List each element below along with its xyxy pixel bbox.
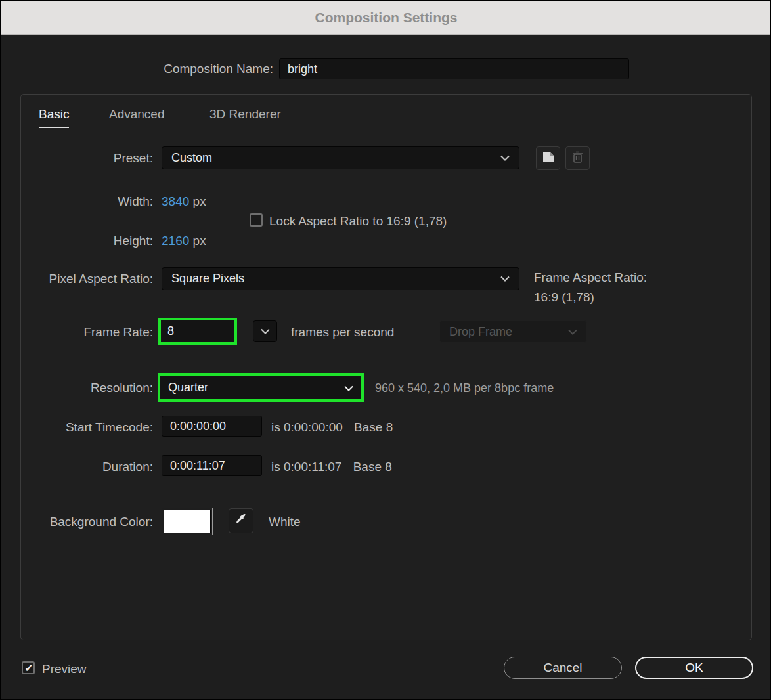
start-timecode-base: Base 8 xyxy=(354,420,393,434)
width-value-row: 3840 px xyxy=(162,194,293,209)
save-preset-button[interactable] xyxy=(536,146,560,170)
frame-aspect-ratio-value: 16:9 (1,78) xyxy=(534,290,731,305)
resolution-value: Quarter xyxy=(168,381,208,395)
background-color-name: White xyxy=(269,514,400,530)
lock-aspect-checkbox[interactable] xyxy=(250,213,263,227)
chevron-down-icon xyxy=(500,276,510,282)
duration-input[interactable]: 0:00:11:07 xyxy=(162,455,262,476)
background-color-label: Background Color: xyxy=(1,514,153,530)
start-timecode-value: 0:00:00:00 xyxy=(170,420,226,433)
tab-advanced[interactable]: Advanced xyxy=(109,107,165,127)
preset-dropdown[interactable]: Custom xyxy=(162,146,519,169)
drop-frame-value: Drop Frame xyxy=(449,325,512,339)
ok-button[interactable]: OK xyxy=(635,657,753,679)
lock-aspect-label: Lock Aspect Ratio to 16:9 (1,78) xyxy=(269,213,532,229)
settings-panel xyxy=(20,94,752,640)
chevron-down-icon xyxy=(500,155,510,161)
eyedropper-button[interactable] xyxy=(229,508,253,533)
height-label: Height: xyxy=(53,233,153,249)
preview-label: Preview xyxy=(42,661,141,677)
start-timecode-info: is 0:00:00:00 xyxy=(271,420,343,434)
resolution-dropdown[interactable]: Quarter xyxy=(160,376,361,399)
drop-frame-dropdown: Drop Frame xyxy=(439,320,587,343)
preset-value: Custom xyxy=(171,151,212,165)
preview-checkbox[interactable] xyxy=(22,661,35,674)
delete-preset-button[interactable] xyxy=(565,146,590,170)
divider xyxy=(32,492,739,492)
eyedropper-icon xyxy=(234,513,248,529)
dialog-title: Composition Settings xyxy=(315,10,458,26)
preset-label: Preset: xyxy=(53,150,153,166)
cancel-button[interactable]: Cancel xyxy=(504,657,622,679)
chevron-down-icon xyxy=(568,329,577,335)
composition-name-label: Composition Name: xyxy=(79,61,273,77)
pixel-aspect-ratio-dropdown[interactable]: Square Pixels xyxy=(162,267,519,290)
pixel-aspect-ratio-label: Pixel Aspect Ratio: xyxy=(1,271,153,287)
title-bar: Composition Settings xyxy=(1,1,771,35)
frames-per-second-label: frames per second xyxy=(291,324,455,340)
chevron-down-icon xyxy=(344,381,353,395)
composition-name-value: bright xyxy=(288,62,317,76)
chevron-down-icon xyxy=(261,328,270,334)
width-value[interactable]: 3840 xyxy=(162,194,189,208)
frame-rate-preset-dropdown[interactable] xyxy=(253,320,277,342)
height-unit: px xyxy=(193,234,206,248)
duration-info: is 0:00:11:07 xyxy=(271,460,341,473)
frame-rate-highlight: 8 xyxy=(158,318,237,345)
background-color-fill xyxy=(164,510,211,533)
width-label: Width: xyxy=(53,194,153,209)
tab-3d-renderer[interactable]: 3D Renderer xyxy=(209,107,281,127)
composition-name-input[interactable]: bright xyxy=(279,58,629,79)
resolution-highlight: Quarter xyxy=(158,373,364,402)
width-unit: px xyxy=(193,194,206,208)
save-preset-icon xyxy=(542,152,554,165)
height-value-row: 2160 px xyxy=(162,233,293,249)
pixel-aspect-ratio-value: Square Pixels xyxy=(171,272,244,286)
start-timecode-info-row: is 0:00:00:00 Base 8 xyxy=(271,420,534,435)
start-timecode-input[interactable]: 0:00:00:00 xyxy=(162,416,262,437)
divider xyxy=(32,361,739,361)
duration-base: Base 8 xyxy=(353,460,392,473)
duration-label: Duration: xyxy=(1,459,153,475)
resolution-label: Resolution: xyxy=(1,380,153,396)
frame-rate-input[interactable]: 8 xyxy=(161,320,234,342)
resolution-info: 960 x 540, 2,0 MB per 8bpc frame xyxy=(375,380,651,396)
start-timecode-label: Start Timecode: xyxy=(1,420,153,435)
frame-rate-value: 8 xyxy=(167,324,174,338)
tab-basic[interactable]: Basic xyxy=(39,107,69,128)
height-value[interactable]: 2160 xyxy=(162,234,189,248)
duration-value: 0:00:11:07 xyxy=(170,459,225,473)
duration-info-row: is 0:00:11:07 Base 8 xyxy=(271,459,534,475)
frame-rate-label: Frame Rate: xyxy=(1,324,153,340)
trash-icon xyxy=(572,151,583,165)
composition-settings-dialog: { "title_bar": { "title": "Composition S… xyxy=(0,0,771,700)
background-color-swatch[interactable] xyxy=(162,508,213,535)
frame-aspect-ratio-label: Frame Aspect Ratio: xyxy=(534,270,731,286)
